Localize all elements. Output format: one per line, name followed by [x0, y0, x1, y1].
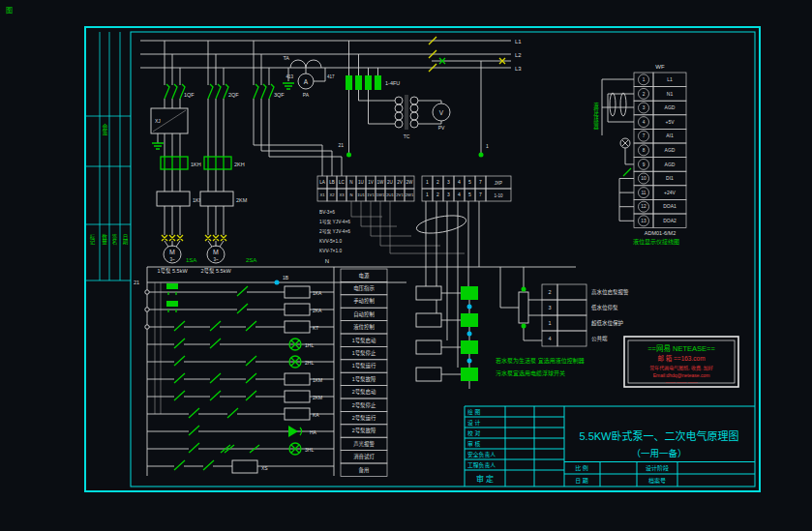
- title-row-label: 安全负责人: [467, 451, 496, 458]
- coil-label: KT: [313, 325, 318, 331]
- title-row-label: 绘 图: [467, 408, 480, 416]
- terminal-cell: X3: [339, 192, 345, 197]
- terminal-x-marks-2: [205, 235, 226, 241]
- terminal-cell: 2: [436, 192, 439, 197]
- wire-1-label: 1: [486, 143, 489, 149]
- cable-note: 1号泵 YJV-4×6: [319, 220, 350, 225]
- voltmeter-name: PV: [438, 125, 445, 131]
- breaker-label: 3QF: [274, 92, 285, 98]
- coil-label: KA: [313, 412, 319, 418]
- instrument-label: +24V: [664, 190, 676, 195]
- instrument-label: DI1: [666, 175, 674, 181]
- cable-note: KVV-5×1.0: [319, 239, 342, 244]
- contactor-label: 2KM: [236, 197, 248, 203]
- instrument-label: AGD: [665, 104, 676, 110]
- terminal-cell: 1U1: [357, 192, 365, 197]
- instrument-label: AGD: [665, 147, 676, 153]
- node-label: 1B: [283, 275, 289, 280]
- horn-label: HA: [310, 429, 317, 435]
- instrument-label: N1: [667, 91, 674, 97]
- terminal-cell: 5: [468, 192, 471, 197]
- device-label: XS: [261, 465, 268, 471]
- archive-label: 档案号: [648, 477, 666, 485]
- corner-mark: 图: [6, 7, 13, 15]
- ct-ammeter: TA A PA 413 417: [283, 55, 335, 98]
- cable-marker: [415, 213, 467, 237]
- float-label: 低水位停泵: [591, 304, 618, 311]
- device-xs: XS: [232, 460, 268, 473]
- breaker-label: 1QF: [184, 92, 195, 98]
- contacts: [174, 286, 259, 470]
- drawing-title-line1: 5.5KW卧式泵一、二次电气原理图: [579, 429, 738, 442]
- function-row: 2号泵运行: [352, 414, 376, 422]
- scale-label: 比 例: [575, 464, 588, 472]
- watermark-line4: Email:dhdq@netease.com: [653, 372, 710, 378]
- thermal-label: 2KH: [234, 162, 245, 167]
- instrument-terminal: 8: [643, 148, 646, 153]
- function-row: 备用: [359, 466, 370, 474]
- wire-21-label: 21: [338, 142, 344, 148]
- fuse-block: 1-4FU: [346, 41, 400, 90]
- stage-label: 设计阶段: [646, 464, 669, 472]
- motor-1-symbol: M 3~ 1号泵 5.5kW: [157, 246, 188, 275]
- float-terminal: 4: [548, 336, 551, 341]
- breaker-3qf: 3QF: [254, 84, 285, 99]
- bus-label-l3: L3: [515, 66, 522, 72]
- transformer-label: TC: [404, 133, 410, 139]
- function-row: 液位控制: [353, 323, 375, 331]
- float-note: 污水泵宜选用电缆浮球开关: [496, 369, 565, 377]
- breaker-2qf: 2QF: [208, 84, 239, 99]
- function-row: 2号泵停止: [352, 401, 376, 409]
- cable-notes: BV-3×61号泵 YJV-4×62号泵 YJV-4×6KVV-5×1.0KVV…: [319, 210, 350, 253]
- cable-note: BV-3×6: [319, 210, 335, 215]
- watermark-line5: —— —— ——: [666, 379, 698, 385]
- schematic-svg: 图 会签 标记 数量 签名 日期 L1 L2 L3 1QF 2QF: [0, 0, 812, 531]
- title-block: 审 定 5.5KW卧式泵一、二次电气原理图 （一用一备） 比 例 设计阶段 日 …: [465, 406, 755, 487]
- switch-label-2sa: 2SA: [246, 257, 256, 263]
- switch-label-1sa: 1SA: [186, 257, 196, 263]
- motor-1-label: 1号泵 5.5kW: [157, 268, 188, 275]
- function-row: 1号泵运行: [352, 362, 376, 369]
- terminal-cell: LC: [339, 180, 346, 185]
- ct-label: TA: [283, 55, 289, 61]
- instrument-terminal: 2: [643, 92, 646, 97]
- voltmeter-icon: V: [439, 109, 444, 116]
- ladder-function-table: 电源电压指示手动控制自动控制液位控制1号泵启动1号泵停止1号泵运行1号泵故障2号…: [341, 269, 387, 476]
- watermark-box: ==网易 NETEASE== 邮 箱 ==163.com 常年代画电气图纸, 收…: [624, 337, 738, 387]
- terminal-strip-a-row1: LALBLCN1U1V1W2U2V2W: [317, 176, 414, 189]
- terminal-cell: 4: [458, 192, 461, 197]
- phase-relay-box: XJ: [151, 108, 188, 149]
- right-feed: 1: [432, 58, 511, 158]
- float-terminal: 3: [548, 305, 551, 310]
- instrument-terminal-numbers: 123478910111213: [634, 73, 653, 228]
- approve-label: 审 定: [476, 474, 494, 484]
- float-terminal: 2: [548, 289, 551, 295]
- coil-2km: 2KM: [285, 391, 322, 402]
- title-row-label: 审 核: [467, 440, 480, 448]
- float-terminal: 1: [548, 320, 551, 326]
- motor-m: M: [213, 249, 219, 255]
- motor-3ph: 3~: [169, 257, 175, 262]
- instrument-label: DOA1: [663, 203, 677, 209]
- bus-label-l2: L2: [515, 52, 522, 58]
- drawing-title-line2: （一用一备）: [631, 448, 686, 458]
- coil-kt: KT: [285, 321, 318, 333]
- terminal-cell: 2V1: [396, 192, 404, 197]
- terminal-cell: JXP: [495, 181, 502, 186]
- function-row: 1号泵故障: [352, 375, 376, 383]
- contactor-1km: 1KM: [157, 192, 204, 206]
- motor-3ph: 3~: [213, 257, 219, 262]
- float-switch-box: [500, 267, 586, 346]
- title-row-label: 工程负责人: [467, 461, 496, 469]
- title-row-label: 设 计: [467, 419, 480, 427]
- function-row: 2号泵启动: [352, 388, 376, 396]
- instrument-terminal: 1: [643, 77, 646, 82]
- instrument-model: ADM01-6/M2: [645, 230, 676, 236]
- instrument-terminal: 13: [641, 219, 647, 223]
- instrument-terminal: 10: [641, 176, 647, 181]
- revision-col-label: 签名: [111, 233, 117, 247]
- wire-number: 417: [327, 74, 335, 79]
- cad-drawing: 图 会签 标记 数量 签名 日期 L1 L2 L3 1QF 2QF: [0, 0, 812, 531]
- revision-strip: 会签 标记 数量 签名 日期: [85, 32, 131, 280]
- title-row-label: 校 对: [467, 429, 480, 437]
